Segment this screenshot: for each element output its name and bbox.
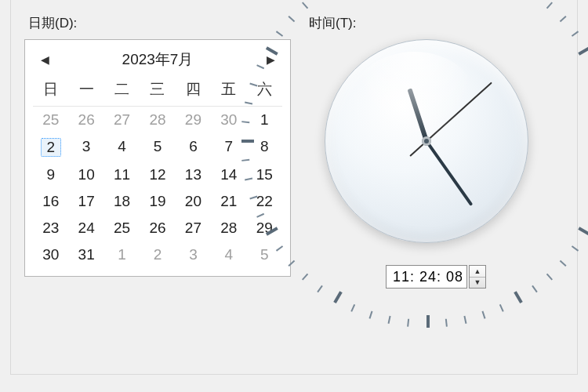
clock-tick-minor: [388, 316, 391, 324]
calendar-day[interactable]: 1: [104, 241, 140, 268]
calendar-header: ◀ 2023年7月 ▶: [33, 45, 282, 76]
calendar-title[interactable]: 2023年7月: [122, 49, 194, 70]
calendar-day[interactable]: 24: [68, 215, 103, 241]
calendar-day[interactable]: 12: [140, 162, 175, 188]
calendar-day[interactable]: 13: [176, 162, 211, 188]
calendar-day[interactable]: 14: [211, 162, 246, 188]
clock-tick-minor: [572, 245, 579, 251]
time-spin-down-button[interactable]: ▼: [470, 278, 485, 289]
calendar-day[interactable]: 3: [68, 133, 103, 162]
calendar-day[interactable]: 29: [176, 107, 211, 133]
calendar-day[interactable]: 31: [68, 241, 103, 268]
calendar-day[interactable]: 21: [211, 188, 246, 215]
clock-hour-hand: [408, 88, 429, 141]
calendar-day[interactable]: 23: [33, 215, 68, 241]
calendar-day[interactable]: 28: [211, 215, 246, 241]
clock-tick-minor: [560, 16, 567, 22]
clock-second-hand: [426, 82, 492, 142]
calendar-day[interactable]: 8: [247, 133, 282, 162]
calendar-day[interactable]: 30: [33, 241, 68, 268]
calendar-day[interactable]: 28: [140, 107, 175, 133]
calendar-day[interactable]: 3: [176, 241, 211, 268]
calendar-day[interactable]: 19: [140, 188, 175, 215]
calendar-dow: 一: [68, 76, 103, 107]
calendar-day[interactable]: 4: [211, 241, 246, 268]
calendar-day[interactable]: 30: [211, 107, 246, 133]
calendar-day[interactable]: 15: [247, 162, 282, 188]
clock-minute-hand: [425, 140, 473, 206]
time-spinner: ▲ ▼: [386, 265, 486, 289]
calendar: ◀ 2023年7月 ▶ 日一二三四五六 25262728293012345678…: [24, 39, 291, 277]
calendar-day[interactable]: 17: [68, 188, 103, 215]
clock-tick-minor: [463, 316, 466, 324]
clock-tick-major: [514, 291, 522, 303]
calendar-day[interactable]: 18: [104, 188, 140, 215]
clock-tick-major: [426, 315, 430, 328]
calendar-day[interactable]: 25: [33, 107, 68, 133]
calendar-day[interactable]: 25: [104, 215, 140, 241]
clock-tick-minor: [407, 319, 409, 327]
clock-tick-minor: [350, 304, 355, 312]
clock-tick-minor: [302, 274, 308, 281]
time-spin-up-button[interactable]: ▲: [470, 266, 485, 278]
time-spin-buttons: ▲ ▼: [469, 265, 486, 289]
calendar-dow: 五: [211, 76, 246, 107]
calendar-dow: 日: [33, 76, 68, 107]
calendar-day[interactable]: 5: [247, 241, 282, 268]
clock-tick-major: [578, 46, 588, 55]
time-label: 时间(T):: [309, 14, 356, 32]
calendar-prev-button[interactable]: ◀: [38, 53, 52, 67]
calendar-day[interactable]: 27: [176, 215, 211, 241]
clock-center-pin: [422, 136, 431, 146]
calendar-day[interactable]: 2: [33, 133, 68, 162]
calendar-day[interactable]: 11: [104, 162, 140, 188]
calendar-day[interactable]: 22: [247, 188, 282, 215]
clock-tick-minor: [499, 304, 504, 312]
datetime-panel: 日期(D): 时间(T): ◀ 2023年7月 ▶ 日一二三四五六 252627…: [10, 0, 578, 375]
clock-tick-minor: [288, 16, 295, 22]
calendar-day[interactable]: 10: [68, 162, 103, 188]
calendar-day[interactable]: 27: [104, 107, 140, 133]
calendar-day[interactable]: 1: [247, 107, 282, 133]
clock-tick-minor: [546, 2, 553, 9]
calendar-day[interactable]: 6: [176, 133, 211, 162]
calendar-day[interactable]: 16: [33, 188, 68, 215]
clock-tick-minor: [276, 31, 283, 36]
clock-tick-major: [578, 227, 588, 235]
clock-tick-minor: [369, 311, 373, 319]
clock-tick-minor: [546, 274, 553, 281]
clock-tick-minor: [532, 285, 537, 292]
calendar-dow: 三: [140, 76, 175, 107]
calendar-dow: 六: [247, 76, 282, 107]
calendar-day[interactable]: 20: [176, 188, 211, 215]
analog-clock: [325, 39, 528, 243]
calendar-day[interactable]: 4: [104, 133, 140, 162]
clock-tick-minor: [482, 311, 486, 319]
calendar-day[interactable]: 2: [140, 241, 175, 268]
clock-tick-major: [333, 291, 342, 303]
clock-tick-minor: [560, 260, 567, 267]
clock-tick-minor: [302, 2, 308, 9]
clock-tick-major: [241, 140, 254, 143]
clock-tick-minor: [572, 31, 579, 36]
calendar-day[interactable]: 26: [68, 107, 103, 133]
calendar-dow: 二: [104, 76, 140, 107]
time-input[interactable]: [386, 265, 467, 289]
calendar-day[interactable]: 9: [33, 162, 68, 188]
calendar-day[interactable]: 26: [140, 215, 175, 241]
calendar-dow: 四: [176, 76, 211, 107]
calendar-day[interactable]: 7: [211, 133, 246, 162]
date-label: 日期(D):: [28, 14, 77, 32]
clock-tick-minor: [317, 285, 322, 292]
calendar-day[interactable]: 5: [140, 133, 175, 162]
clock-tick-minor: [445, 319, 448, 327]
